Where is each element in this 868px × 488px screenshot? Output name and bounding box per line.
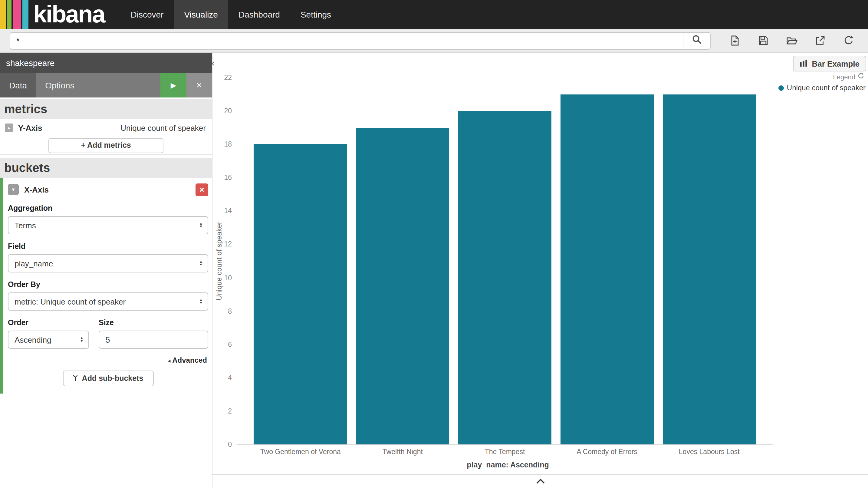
search-icon — [691, 34, 702, 47]
chart-bar-1[interactable] — [356, 127, 449, 445]
tab-data[interactable]: Data — [0, 73, 36, 97]
select-stepper-icon: ▲▼ — [199, 298, 203, 305]
y-tick-label: 8 — [228, 307, 232, 314]
chart-bar-4[interactable] — [662, 94, 756, 445]
legend-item[interactable]: Unique count of speaker — [778, 84, 866, 92]
sidebar-collapse-icon[interactable]: ‹ — [208, 58, 218, 68]
nav-item-dashboard[interactable]: Dashboard — [228, 0, 290, 29]
brand-text: kibana — [33, 0, 104, 29]
y-tick-label: 6 — [228, 341, 232, 348]
metrics-section-heading: metrics — [0, 99, 212, 119]
y-axis-metric-row[interactable]: ▸ Y-Axis Unique count of speaker — [0, 119, 212, 136]
order-select[interactable]: Ascending ▲▼ — [8, 331, 89, 349]
kibana-logo[interactable]: kibana — [0, 0, 120, 29]
y-tick-label: 0 — [228, 441, 232, 448]
field-select[interactable]: play_name ▲▼ — [8, 254, 208, 272]
legend-toggle[interactable]: Legend — [833, 73, 864, 81]
nav-item-settings[interactable]: Settings — [290, 0, 341, 29]
load-visualization-icon[interactable] — [786, 34, 798, 47]
aggregation-select[interactable]: Terms ▲▼ — [8, 216, 208, 234]
apply-changes-button[interactable]: ▶ — [160, 73, 186, 97]
remove-bucket-button[interactable]: × — [195, 183, 208, 196]
toolbar-icons — [729, 34, 855, 47]
order-select-value: Ascending — [14, 335, 80, 344]
query-input[interactable] — [10, 32, 683, 49]
refresh-icon[interactable] — [843, 34, 855, 47]
nav-item-discover[interactable]: Discover — [120, 0, 174, 29]
add-metrics-row: + Add metrics — [0, 136, 212, 155]
field-label: Field — [8, 242, 208, 251]
play-icon: ▶ — [171, 82, 176, 89]
advanced-collapse-icon: ◂ — [168, 358, 170, 364]
x-category-label: Loves Labours Lost — [679, 448, 740, 455]
size-label: Size — [99, 318, 208, 327]
tabs-spacer — [84, 73, 160, 97]
kibana-logo-mark-icon — [0, 0, 28, 29]
size-input[interactable] — [99, 331, 208, 349]
add-subbuckets-button[interactable]: Add sub-buckets — [63, 370, 153, 386]
legend-series-label: Unique count of speaker — [787, 84, 866, 92]
order-by-select[interactable]: metric: Unique count of speaker ▲▼ — [8, 293, 208, 311]
select-stepper-icon: ▲▼ — [199, 222, 203, 228]
viz-footer-divider — [213, 474, 868, 475]
x-category-label: A Comedy of Errors — [577, 448, 638, 455]
visualization-editor-sidebar: shakespeare Data Options ▶ × metrics ▸ Y… — [0, 53, 213, 488]
new-visualization-icon[interactable] — [729, 34, 741, 47]
x-category-label: The Tempest — [485, 448, 525, 455]
close-icon: × — [196, 80, 202, 90]
y-tick-label: 14 — [224, 207, 232, 215]
bar-chart-plot: 0246810121416182022 — [237, 78, 773, 445]
legend-toggle-label: Legend — [833, 73, 855, 80]
nav-item-visualize[interactable]: Visualize — [174, 0, 228, 29]
add-subbuckets-label: Add sub-buckets — [82, 374, 144, 383]
metric-label: Y-Axis — [18, 123, 42, 132]
y-tick-label: 12 — [224, 241, 232, 248]
order-label: Order — [8, 318, 89, 327]
chart-bar-2[interactable] — [458, 111, 551, 445]
chevron-down-icon[interactable]: ▾ — [8, 184, 19, 195]
legend-series-dot — [778, 85, 784, 91]
index-pattern-header: shakespeare — [0, 53, 212, 73]
y-tick-label: 20 — [224, 107, 232, 115]
top-navbar: kibana Discover Visualize Dashboard Sett… — [0, 0, 868, 29]
bucket-title: X-Axis — [24, 185, 49, 194]
y-tick-label: 2 — [228, 407, 232, 415]
screenshot-viewport: kibana Discover Visualize Dashboard Sett… — [0, 0, 868, 488]
select-stepper-icon: ▲▼ — [199, 260, 203, 267]
search-button[interactable] — [683, 32, 711, 49]
bucket-title-row: ▾ X-Axis × — [8, 183, 208, 196]
aggregation-select-value: Terms — [14, 221, 199, 230]
y-tick-label: 4 — [228, 374, 232, 382]
advanced-toggle[interactable]: ◂Advanced — [8, 356, 208, 365]
x-category-label: Twelfth Night — [382, 448, 423, 455]
tab-options[interactable]: Options — [36, 73, 84, 97]
kibana-app: kibana Discover Visualize Dashboard Sett… — [0, 0, 868, 488]
aggregation-label: Aggregation — [8, 204, 208, 213]
bar-chart-icon — [800, 59, 808, 68]
order-size-row: Order Ascending ▲▼ Size — [8, 311, 208, 349]
query-toolbar — [0, 29, 868, 53]
order-by-select-value: metric: Unique count of speaker — [14, 297, 199, 306]
discard-changes-button[interactable]: × — [186, 73, 212, 97]
viz-type-label: Bar Example — [812, 59, 860, 68]
chart-bar-3[interactable] — [560, 94, 654, 445]
add-subbuckets-row: Add sub-buckets — [8, 370, 208, 386]
metric-value: Unique count of speaker — [120, 123, 206, 132]
select-stepper-icon: ▲▼ — [80, 336, 84, 343]
advanced-label: Advanced — [172, 356, 207, 365]
chevron-up-icon — [536, 476, 545, 485]
chart-bar-0[interactable] — [254, 144, 347, 445]
legend-rotate-icon — [858, 73, 864, 81]
app-body: ‹ shakespeare Data Options ▶ × metrics ▸… — [0, 53, 868, 488]
collapse-spy-panel-button[interactable] — [527, 476, 554, 486]
y-tick-label: 22 — [224, 74, 232, 81]
share-icon[interactable] — [814, 34, 826, 47]
field-select-value: play_name — [14, 259, 199, 268]
add-metrics-button[interactable]: + Add metrics — [49, 138, 163, 153]
order-by-label: Order By — [8, 280, 208, 289]
x-axis-bucket-panel: ▾ X-Axis × Aggregation Terms ▲▼ Field pl… — [0, 178, 212, 394]
y-tick-label: 18 — [224, 141, 232, 148]
expand-right-icon[interactable]: ▸ — [5, 123, 13, 132]
save-visualization-icon[interactable] — [757, 34, 769, 47]
index-pattern-name: shakespeare — [6, 58, 55, 67]
